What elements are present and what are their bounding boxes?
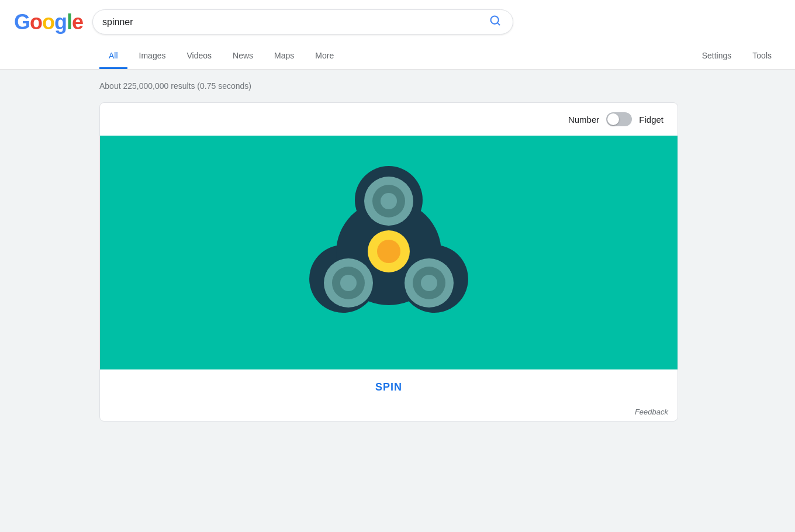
header: Google All Images Videos News Maps More …: [0, 0, 795, 70]
svg-line-1: [497, 23, 500, 25]
search-container: [92, 9, 513, 34]
search-input[interactable]: [102, 17, 487, 27]
nav-right: Settings Tools: [693, 44, 781, 69]
toggle-thumb: [607, 113, 619, 125]
main-content: About 225,000,000 results (0.75 seconds)…: [0, 70, 795, 422]
google-logo[interactable]: Google: [14, 10, 83, 34]
tab-videos[interactable]: Videos: [177, 44, 221, 69]
toggle-number-label: Number: [568, 115, 599, 125]
svg-point-16: [377, 240, 400, 263]
tab-settings[interactable]: Settings: [693, 44, 741, 69]
svg-point-8: [381, 193, 397, 209]
results-count: About 225,000,000 results (0.75 seconds): [99, 81, 795, 91]
tab-maps[interactable]: Maps: [265, 44, 303, 69]
header-top: Google: [0, 9, 795, 44]
svg-point-14: [421, 275, 437, 291]
toggle-fidget-label: Fidget: [639, 115, 663, 125]
nav-left: All Images Videos News Maps More: [99, 44, 693, 69]
tab-all[interactable]: All: [99, 44, 127, 69]
spin-button[interactable]: SPIN: [375, 381, 402, 393]
tab-tools[interactable]: Tools: [743, 44, 781, 69]
spinner-display-area[interactable]: [100, 136, 678, 369]
fidget-spinner-svg: [284, 147, 494, 358]
nav-tabs: All Images Videos News Maps More Setting…: [0, 44, 795, 69]
tab-images[interactable]: Images: [130, 44, 175, 69]
feedback-row: Feedback: [100, 405, 678, 421]
spinner-widget: Number Fidget: [99, 102, 678, 422]
spin-button-area: SPIN: [100, 369, 678, 405]
widget-toggle-row: Number Fidget: [100, 103, 678, 136]
search-button[interactable]: [487, 15, 503, 29]
feedback-link[interactable]: Feedback: [635, 407, 668, 416]
svg-point-11: [340, 275, 357, 291]
tab-news[interactable]: News: [223, 44, 262, 69]
mode-toggle[interactable]: [606, 112, 632, 126]
tab-more[interactable]: More: [306, 44, 343, 69]
